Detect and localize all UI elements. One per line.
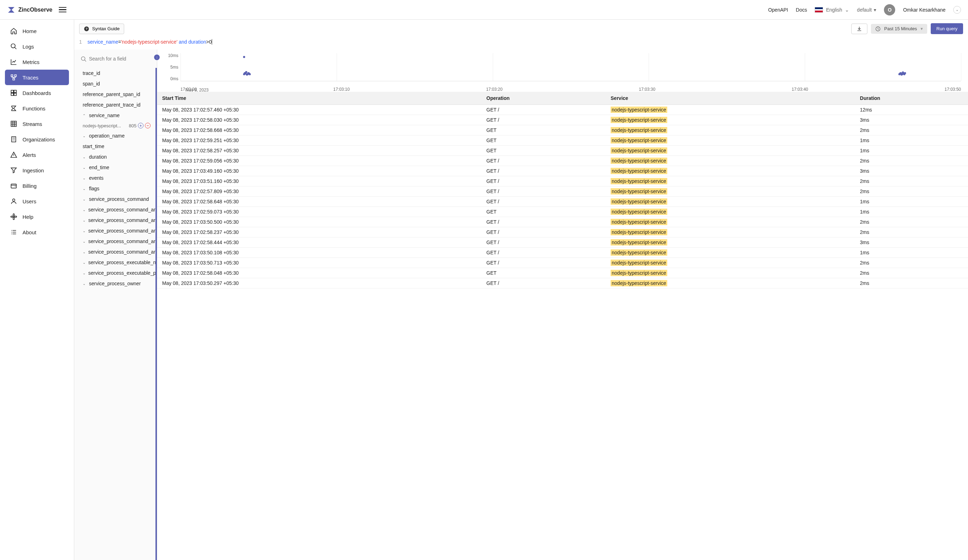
sidebar-item-users[interactable]: Users [5,194,69,209]
table-row[interactable]: May 08, 2023 17:02:59.056 +05:30GET /nod… [157,156,968,166]
user-menu-toggle[interactable]: ⌄ [953,6,961,14]
cell-service: nodejs-typescript-service [606,217,855,227]
chevron-down-icon: ⌄ [83,240,86,244]
table-row[interactable]: May 08, 2023 17:02:58.257 +05:30GETnodej… [157,146,968,156]
field-service_process_owner[interactable]: ⌄service_process_owner [74,278,156,289]
download-button[interactable] [851,23,867,34]
query-editor[interactable]: 1 service_name='nodejs-typescript-servic… [74,38,968,50]
sidebar-item-logs[interactable]: Logs [5,39,69,54]
field-search-wrap: ⋮ [74,50,157,68]
table-row[interactable]: May 08, 2023 17:03:50.108 +05:30GET /nod… [157,248,968,258]
table-row[interactable]: May 08, 2023 17:03:51.160 +05:30GET /nod… [157,176,968,186]
field-service_process_command_arg[interactable]: ⌄service_process_command_arg... [74,247,156,257]
field-service_process_executable_na[interactable]: ⌄service_process_executable_na... [74,257,156,268]
field-trace_id[interactable]: trace_id [74,68,156,78]
table-row[interactable]: May 08, 2023 17:03:50.500 +05:30GET /nod… [157,217,968,227]
svg-rect-14 [11,216,13,217]
table-row[interactable]: May 08, 2023 17:02:59.251 +05:30GETnodej… [157,136,968,146]
cell-duration: 1ms [855,207,968,217]
field-end_time[interactable]: ⌄end_time [74,162,156,173]
col-operation[interactable]: Operation [482,92,606,105]
cell-operation: GET / [482,156,606,166]
cell-start-time: May 08, 2023 17:02:58.648 +05:30 [157,197,482,207]
table-row[interactable]: May 08, 2023 17:03:50.713 +05:30GET /nod… [157,258,968,268]
sidebar-item-dashboards[interactable]: Dashboards [5,85,69,101]
cell-operation: GET / [482,166,606,176]
sidebar-item-traces[interactable]: Traces [5,70,69,85]
field-flags[interactable]: ⌄flags [74,183,156,194]
syntax-guide-button[interactable]: ? Syntax Guide [79,23,124,34]
sidebar-item-help[interactable]: Help [5,209,69,224]
run-query-button[interactable]: Run query [931,23,963,34]
field-reference_parent_span_id[interactable]: reference_parent_span_id [74,89,156,99]
col-start-time[interactable]: Start Time [157,92,482,105]
cell-start-time: May 08, 2023 17:02:58.668 +05:30 [157,125,482,136]
sidebar-item-about[interactable]: About [5,224,69,240]
chart-point[interactable] [904,72,906,74]
table-row[interactable]: May 08, 2023 17:03:49.160 +05:30GET /nod… [157,166,968,176]
cell-operation: GET [482,136,606,146]
table-row[interactable]: May 08, 2023 17:02:57.460 +05:30GET /nod… [157,105,968,115]
user-avatar[interactable]: O [884,4,895,15]
table-row[interactable]: May 08, 2023 17:02:58.668 +05:30GETnodej… [157,125,968,136]
language-selector[interactable]: English ⌄ [815,7,849,13]
cell-start-time: May 08, 2023 17:03:50.713 +05:30 [157,258,482,268]
latency-chart[interactable]: 10ms5ms0ms 17:03:0017:03:1017:03:2017:03… [157,50,968,92]
docs-link[interactable]: Docs [796,7,807,13]
field-search-input[interactable] [78,53,153,65]
field-operation_name[interactable]: ⌄operation_name [74,131,156,141]
field-span_id[interactable]: span_id [74,78,156,89]
flag-icon [815,7,823,13]
table-row[interactable]: May 08, 2023 17:02:58.048 +05:30GETnodej… [157,268,968,278]
field-start_time[interactable]: start_time [74,141,156,152]
field-service_process_executable_pa[interactable]: ⌄service_process_executable_pa... [74,268,156,278]
nav-label: About [23,229,36,235]
sidebar-item-organizations[interactable]: Organizations [5,132,69,147]
chart-point[interactable] [249,73,251,75]
field-service_process_command_arg[interactable]: ⌄service_process_command_arg... [74,204,156,215]
field-duration[interactable]: ⌄duration [74,152,156,162]
chart-point[interactable] [244,72,246,74]
brand-name: ZincObserve [18,7,52,13]
cell-service: nodejs-typescript-service [606,136,855,146]
app-header: ZincObserve OpenAPI Docs English ⌄ defau… [0,0,968,20]
field-service_name[interactable]: ⌃service_name [74,110,156,121]
col-duration[interactable]: Duration [855,92,968,105]
table-row[interactable]: May 08, 2023 17:02:58.648 +05:30GET /nod… [157,197,968,207]
sidebar-item-home[interactable]: Home [5,23,69,39]
sidebar-item-billing[interactable]: Billing [5,178,69,194]
nav-label: Organizations [23,136,55,142]
brand-logo[interactable]: ZincObserve [7,6,52,14]
field-events[interactable]: ⌄events [74,173,156,183]
sidebar-item-alerts[interactable]: Alerts [5,147,69,162]
table-row[interactable]: May 08, 2023 17:02:57.809 +05:30GET /nod… [157,186,968,197]
nav-label: Functions [23,106,45,111]
table-row[interactable]: May 08, 2023 17:02:58.030 +05:30GET /nod… [157,115,968,125]
sidebar-item-streams[interactable]: Streams [5,116,69,132]
col-service[interactable]: Service [606,92,855,105]
cell-service: nodejs-typescript-service [606,105,855,115]
add-filter-icon[interactable]: + [138,123,144,128]
cell-operation: GET / [482,197,606,207]
table-row[interactable]: May 08, 2023 17:02:58.444 +05:30GET /nod… [157,237,968,248]
table-row[interactable]: May 08, 2023 17:03:50.297 +05:30GET /nod… [157,278,968,288]
cell-operation: GET / [482,278,606,288]
table-row[interactable]: May 08, 2023 17:02:58.237 +05:30GET /nod… [157,227,968,237]
field-service_process_command_arg[interactable]: ⌄service_process_command_arg... [74,236,156,247]
remove-filter-icon[interactable]: − [145,123,151,128]
chart-point[interactable] [243,56,245,58]
x-tick: 17:03:10 [333,87,350,92]
sidebar-item-metrics[interactable]: Metrics [5,54,69,70]
sidebar-item-functions[interactable]: Functions [5,101,69,116]
time-range-selector[interactable]: Past 15 Minutes ▾ [871,24,927,34]
field-service_process_command_arg[interactable]: ⌄service_process_command_arg... [74,215,156,225]
cell-start-time: May 08, 2023 17:03:50.500 +05:30 [157,217,482,227]
sidebar-item-ingestion[interactable]: Ingestion [5,162,69,178]
field-service_process_command[interactable]: ⌄service_process_command [74,194,156,204]
org-selector[interactable]: default ▾ [857,7,876,13]
field-reference_parent_trace_id[interactable]: reference_parent_trace_id [74,99,156,110]
menu-toggle-icon[interactable] [59,7,66,13]
field-service_process_command_arg[interactable]: ⌄service_process_command_arg... [74,225,156,236]
table-row[interactable]: May 08, 2023 17:02:59.073 +05:30GETnodej… [157,207,968,217]
openapi-link[interactable]: OpenAPI [768,7,788,13]
